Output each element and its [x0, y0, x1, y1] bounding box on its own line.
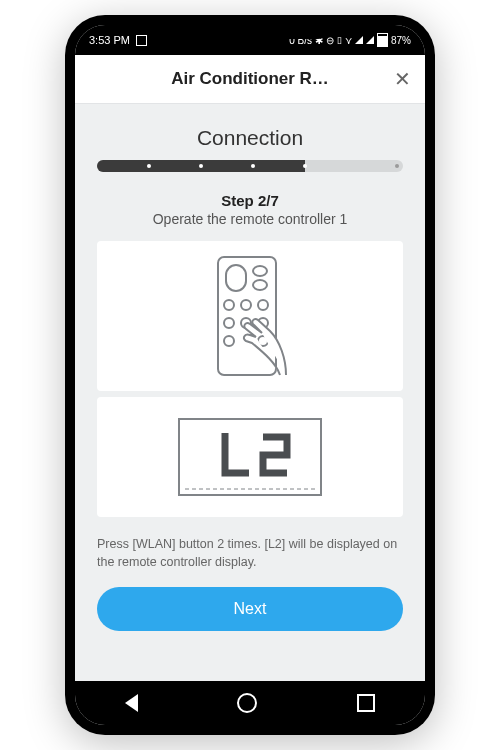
- close-button[interactable]: ✕: [394, 55, 411, 103]
- status-bar: 3:53 PM 0 B/s ✱ ⊖ ▯ ⋎ 87%: [75, 25, 425, 55]
- svg-point-5: [241, 300, 251, 310]
- page-title: Air Conditioner R…: [171, 69, 329, 89]
- svg-point-7: [224, 318, 234, 328]
- screen: 3:53 PM 0 B/s ✱ ⊖ ▯ ⋎ 87% Air Conditione…: [75, 25, 425, 725]
- dnd-icon: ⊖: [326, 35, 334, 46]
- content-area: Connection Step 2/7 Operate the remote c…: [75, 104, 425, 681]
- section-title: Connection: [97, 126, 403, 150]
- nav-recent-button[interactable]: [357, 694, 375, 712]
- instruction-text: Press [WLAN] button 2 times. [L2] will b…: [97, 535, 403, 571]
- svg-point-10: [224, 336, 234, 346]
- screenshot-icon: [136, 35, 147, 46]
- next-button[interactable]: Next: [97, 587, 403, 631]
- progress-bar: [97, 160, 403, 172]
- close-icon: ✕: [394, 67, 411, 91]
- clock-time: 3:53 PM: [89, 34, 130, 46]
- phone-frame: 3:53 PM 0 B/s ✱ ⊖ ▯ ⋎ 87% Air Conditione…: [65, 15, 435, 735]
- svg-point-6: [258, 300, 268, 310]
- step-instruction: Operate the remote controller 1: [97, 211, 403, 227]
- battery-icon: [377, 33, 388, 47]
- svg-point-2: [253, 266, 267, 276]
- nav-back-button[interactable]: [125, 694, 138, 712]
- data-rate: 0 B/s: [289, 35, 312, 46]
- illustration-remote-hand: [97, 241, 403, 391]
- step-number: Step 2/7: [97, 192, 403, 209]
- step-header: Step 2/7 Operate the remote controller 1: [97, 192, 403, 227]
- next-button-label: Next: [234, 600, 267, 618]
- wifi-icon: ⋎: [345, 35, 352, 46]
- nav-home-button[interactable]: [237, 693, 257, 713]
- battery-percent: 87%: [391, 35, 411, 46]
- svg-point-4: [224, 300, 234, 310]
- illustration-display-l2: [97, 397, 403, 517]
- bluetooth-icon: ✱: [315, 35, 323, 46]
- signal-icon-1: [355, 36, 363, 44]
- android-nav-bar: [75, 681, 425, 725]
- vibrate-icon: ▯: [337, 35, 342, 45]
- signal-icon-2: [366, 36, 374, 44]
- app-header: Air Conditioner R… ✕: [75, 55, 425, 104]
- svg-point-3: [253, 280, 267, 290]
- svg-rect-1: [226, 265, 246, 291]
- svg-rect-12: [179, 419, 321, 495]
